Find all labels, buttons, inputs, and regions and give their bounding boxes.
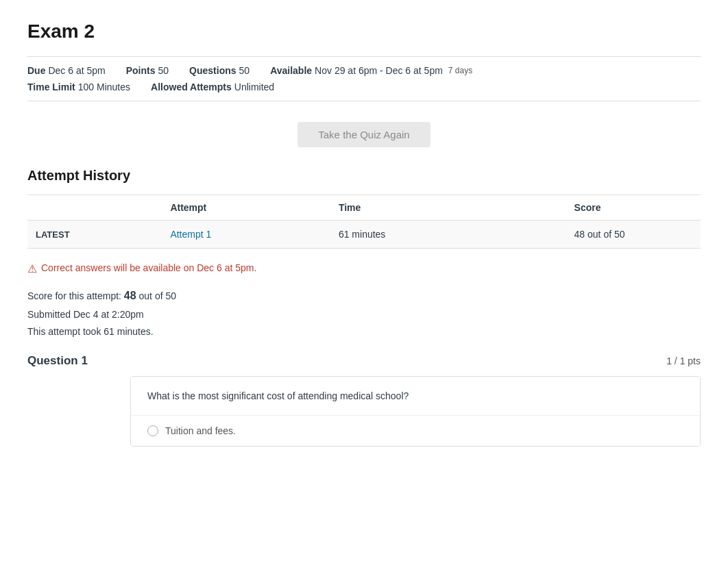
- meta-available: Available Nov 29 at 6pm - Dec 6 at 5pm 7…: [270, 65, 472, 76]
- timelimit-value: 100 Minutes: [78, 82, 130, 92]
- page-title: Exam 2: [27, 21, 701, 42]
- due-label: Due: [27, 65, 45, 76]
- attempt-table: Attempt Time Score LATEST Attempt 1 61 m…: [27, 195, 701, 249]
- question-title: Question 1: [27, 354, 88, 368]
- attempt-history-section: Attempt History Attempt Time Score LATES…: [27, 168, 701, 249]
- score-details: Score for this attempt: 48 out of 50 Sub…: [27, 286, 701, 340]
- available-badge: 7 days: [448, 66, 472, 75]
- meta-points: Points 50: [126, 65, 169, 76]
- col-header-score: Score: [566, 195, 701, 221]
- take-quiz-button[interactable]: Take the Quiz Again: [298, 122, 430, 147]
- questions-value: 50: [239, 65, 250, 76]
- latest-badge: LATEST: [36, 229, 70, 240]
- attempt-link[interactable]: Attempt 1: [170, 229, 211, 240]
- info-notice-box: ⚠ Correct answers will be available on D…: [27, 262, 701, 275]
- score-bold: 48: [124, 290, 136, 301]
- score-prefix: Score for this attempt:: [27, 290, 121, 301]
- row-score: 48 out of 50: [566, 221, 701, 249]
- points-label: Points: [126, 65, 156, 76]
- attempt-details-section: ⚠ Correct answers will be available on D…: [27, 262, 701, 340]
- question-card: What is the most significant cost of att…: [130, 376, 701, 447]
- duration-line: This attempt took 61 minutes.: [27, 323, 701, 340]
- question-pts: 1 / 1 pts: [666, 355, 701, 366]
- row-status: LATEST: [27, 221, 162, 249]
- submitted-line: Submitted Dec 4 at 2:20pm: [27, 306, 701, 323]
- info-icon: ⚠: [27, 262, 37, 275]
- due-value: Dec 6 at 5pm: [48, 65, 105, 76]
- meta-bar: Due Dec 6 at 5pm Points 50 Questions 50 …: [27, 56, 701, 101]
- col-header-status: [27, 195, 162, 221]
- col-header-attempt: Attempt: [162, 195, 330, 221]
- questions-label: Questions: [189, 65, 236, 76]
- question-header: Question 1 1 / 1 pts: [27, 354, 701, 372]
- attempts-label: Allowed Attempts: [151, 82, 232, 92]
- row-attempt: Attempt 1: [162, 221, 330, 249]
- available-label: Available: [270, 65, 312, 76]
- row-time: 61 minutes: [330, 221, 566, 249]
- points-value: 50: [158, 65, 169, 76]
- meta-due: Due Dec 6 at 5pm: [27, 65, 106, 76]
- timelimit-label: Time Limit: [27, 82, 75, 92]
- meta-timelimit: Time Limit 100 Minutes: [27, 82, 130, 92]
- meta-questions: Questions 50: [189, 65, 250, 76]
- answer-area: Tuition and fees.: [131, 416, 700, 446]
- available-value: Nov 29 at 6pm - Dec 6 at 5pm: [315, 65, 443, 76]
- question-section: Question 1 1 / 1 pts What is the most si…: [27, 354, 701, 447]
- score-line: Score for this attempt: 48 out of 50: [27, 286, 701, 306]
- answer-text: Tuition and fees.: [165, 425, 236, 436]
- table-row: LATEST Attempt 1 61 minutes 48 out of 50: [27, 221, 701, 249]
- radio-button[interactable]: [147, 425, 158, 436]
- info-notice-text: Correct answers will be available on Dec…: [41, 262, 256, 273]
- question-body: What is the most significant cost of att…: [131, 377, 700, 416]
- attempts-value: Unlimited: [234, 82, 274, 92]
- meta-attempts: Allowed Attempts Unlimited: [151, 82, 274, 92]
- quiz-button-area: Take the Quiz Again: [27, 101, 701, 168]
- attempt-history-title: Attempt History: [27, 168, 701, 184]
- col-header-time: Time: [330, 195, 566, 221]
